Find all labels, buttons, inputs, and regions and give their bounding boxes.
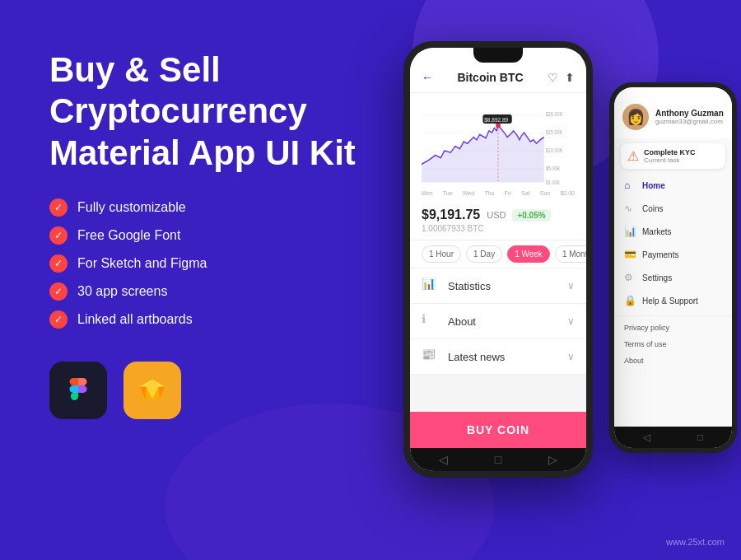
price-value: $9,191.75 bbox=[422, 208, 480, 222]
user-profile-header: 👩 Anthony Guzman guzman33@gmail.com bbox=[614, 87, 732, 138]
svg-text:$15.00K: $15.00K bbox=[546, 129, 563, 136]
nav-item-home[interactable]: ⌂ Home bbox=[614, 174, 732, 197]
nav-privacy-policy[interactable]: Privacy policy bbox=[614, 320, 732, 336]
phone-notch bbox=[473, 48, 523, 63]
svg-text:$10.00K: $10.00K bbox=[546, 147, 563, 154]
price-currency: USD bbox=[487, 210, 506, 220]
nav-item-label: Settings bbox=[642, 273, 672, 282]
nav-items-list: ⌂ Home ∿ Coins 📊 Markets 💳 Payments ⚙ Se… bbox=[614, 174, 732, 427]
back-button[interactable]: ← bbox=[422, 71, 433, 84]
watermark: www.25xt.com bbox=[666, 537, 725, 547]
check-icon: ✓ bbox=[49, 198, 68, 217]
time-filter-1month[interactable]: 1 Month bbox=[555, 245, 586, 263]
news-icon: 📰 bbox=[422, 348, 440, 366]
accordion-statistics[interactable]: 📊 Statistics ∨ bbox=[410, 268, 586, 304]
chevron-down-icon: ∨ bbox=[567, 280, 575, 292]
statistics-label: Statistics bbox=[448, 280, 491, 292]
svg-text:$20.00K: $20.00K bbox=[546, 111, 563, 118]
about-icon: ℹ bbox=[422, 312, 440, 330]
help-icon: 🔒 bbox=[624, 295, 636, 306]
phone-secondary: 👩 Anthony Guzman guzman33@gmail.com ⚠ Co… bbox=[609, 82, 737, 453]
main-title: Buy & SellCryptocurrencyMaterial App UI … bbox=[49, 49, 362, 174]
nav-back-icon[interactable]: ◁ bbox=[439, 453, 448, 466]
kyc-banner[interactable]: ⚠ Complete KYC Current task bbox=[621, 143, 725, 169]
chart-svg: $20.00K $15.00K $10.00K $5.00K $1.00K $8… bbox=[422, 96, 575, 187]
nav-about[interactable]: About bbox=[614, 352, 732, 369]
secondary-nav-back-icon[interactable]: ◁ bbox=[643, 432, 650, 443]
left-panel: Buy & SellCryptocurrencyMaterial App UI … bbox=[49, 49, 362, 419]
chart-x-labels: Mon Tue Wed Thu Fri Sat Sun $0.00 bbox=[422, 190, 575, 198]
content-spacer bbox=[410, 375, 586, 412]
nav-home-icon[interactable]: □ bbox=[495, 453, 501, 466]
figma-logo-icon bbox=[63, 376, 93, 405]
header-actions: ♡ ⬆ bbox=[548, 71, 575, 84]
nav-item-payments[interactable]: 💳 Payments bbox=[614, 243, 732, 266]
price-chart: $20.00K $15.00K $10.00K $5.00K $1.00K $8… bbox=[410, 93, 586, 201]
heart-icon[interactable]: ♡ bbox=[548, 71, 558, 84]
price-change-badge: +0.05% bbox=[512, 209, 550, 222]
nav-item-label: Payments bbox=[642, 250, 678, 259]
settings-icon: ⚙ bbox=[624, 272, 636, 283]
markets-icon: 📊 bbox=[624, 226, 636, 237]
nav-recent-icon[interactable]: ▷ bbox=[548, 453, 557, 466]
feature-item: ✓ Fully customizable bbox=[49, 198, 362, 217]
price-btc: 1.00067933 BTC bbox=[422, 224, 575, 233]
about-label: About bbox=[448, 315, 476, 328]
nav-item-markets[interactable]: 📊 Markets bbox=[614, 220, 732, 243]
sketch-logo-icon bbox=[137, 376, 167, 405]
check-icon: ✓ bbox=[49, 310, 68, 329]
feature-label: Linked all artboards bbox=[77, 312, 193, 327]
feature-label: Fully customizable bbox=[77, 200, 186, 215]
figma-icon-box bbox=[49, 362, 107, 419]
kyc-subtitle: Current task bbox=[644, 156, 696, 164]
check-icon: ✓ bbox=[49, 254, 68, 273]
time-filter-1day[interactable]: 1 Day bbox=[466, 245, 502, 263]
buy-coin-button[interactable]: BUY COIN bbox=[410, 412, 586, 448]
nav-item-label: Coins bbox=[642, 204, 664, 213]
statistics-icon: 📊 bbox=[422, 277, 440, 295]
chevron-down-icon: ∨ bbox=[567, 315, 575, 327]
phone-main: ← Bitcoin BTC ♡ ⬆ bbox=[403, 41, 593, 478]
avatar: 👩 bbox=[622, 104, 649, 130]
check-icon: ✓ bbox=[49, 282, 68, 301]
feature-item: ✓ Free Google Font bbox=[49, 226, 362, 245]
time-filter-1hour[interactable]: 1 Hour bbox=[422, 245, 461, 263]
price-area: $9,191.75 USD +0.05% 1.00067933 BTC bbox=[410, 201, 586, 240]
secondary-nav-bar: ◁ □ bbox=[614, 427, 732, 448]
kyc-warning-icon: ⚠ bbox=[627, 148, 639, 164]
kyc-title: Complete KYC bbox=[644, 148, 696, 156]
news-label: Latest news bbox=[448, 351, 505, 363]
accordion-about[interactable]: ℹ About ∨ bbox=[410, 304, 586, 339]
feature-item: ✓ For Sketch and Figma bbox=[49, 254, 362, 273]
phone-nav-bar: ◁ □ ▷ bbox=[410, 448, 586, 471]
share-icon[interactable]: ⬆ bbox=[565, 71, 575, 84]
tool-icons bbox=[49, 362, 362, 419]
nav-item-label: Markets bbox=[642, 227, 672, 236]
nav-item-help[interactable]: 🔒 Help & Support bbox=[614, 289, 732, 312]
feature-label: Free Google Font bbox=[77, 228, 180, 243]
coins-icon: ∿ bbox=[624, 203, 636, 214]
feature-item: ✓ 30 app screens bbox=[49, 282, 362, 301]
secondary-nav-home-icon[interactable]: □ bbox=[697, 432, 703, 443]
check-icon: ✓ bbox=[49, 226, 68, 245]
svg-text:$8,892.89: $8,892.89 bbox=[484, 116, 508, 124]
features-list: ✓ Fully customizable ✓ Free Google Font … bbox=[49, 198, 362, 329]
nav-terms-of-use[interactable]: Terms of use bbox=[614, 336, 732, 352]
nav-divider bbox=[614, 315, 732, 316]
nav-item-settings[interactable]: ⚙ Settings bbox=[614, 266, 732, 289]
user-email: guzman33@gmail.com bbox=[655, 118, 724, 125]
home-icon: ⌂ bbox=[624, 180, 636, 191]
feature-label: 30 app screens bbox=[77, 284, 167, 299]
phone-screen: ← Bitcoin BTC ♡ ⬆ bbox=[410, 48, 586, 471]
feature-label: For Sketch and Figma bbox=[77, 256, 207, 271]
nav-item-label: Home bbox=[642, 181, 665, 190]
accordion-latest-news[interactable]: 📰 Latest news ∨ bbox=[410, 339, 586, 375]
nav-item-coins[interactable]: ∿ Coins bbox=[614, 197, 732, 220]
chevron-down-icon: ∨ bbox=[567, 351, 575, 362]
svg-text:$1.00K: $1.00K bbox=[546, 179, 561, 185]
user-name: Anthony Guzman bbox=[655, 109, 724, 118]
time-filter-1week[interactable]: 1 Week bbox=[507, 245, 550, 263]
svg-text:$5.00K: $5.00K bbox=[546, 166, 561, 172]
coin-title: Bitcoin BTC bbox=[457, 71, 523, 84]
sketch-icon-box bbox=[124, 362, 181, 419]
